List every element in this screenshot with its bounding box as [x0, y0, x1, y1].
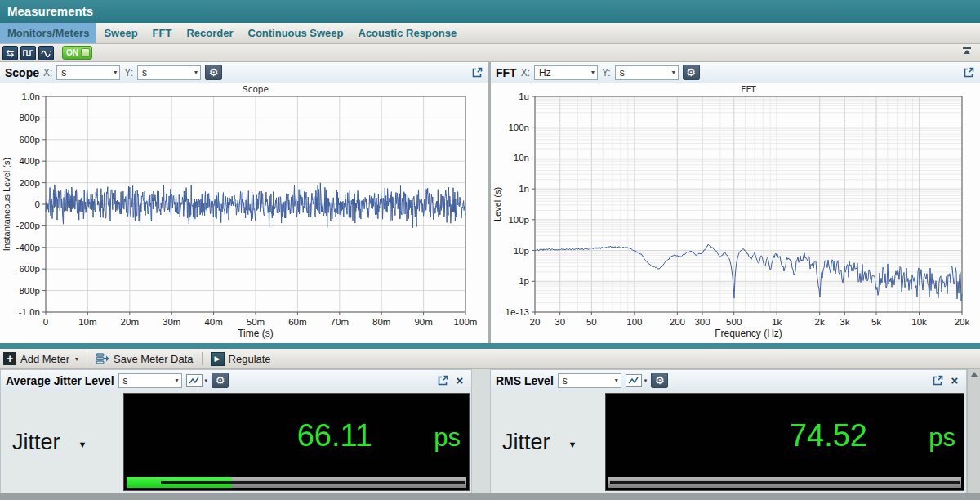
- rms-level-meter-header: RMS Level s ▾ ▾ ⚙ ×: [491, 370, 966, 391]
- svg-text:-1.0n: -1.0n: [19, 307, 40, 317]
- generator-icon[interactable]: [38, 46, 54, 60]
- meter-value: 74.52: [790, 418, 867, 453]
- tab-continuous-sweep[interactable]: Continuous Sweep: [241, 23, 351, 43]
- tab-recorder[interactable]: Recorder: [179, 23, 240, 43]
- svg-text:20: 20: [530, 317, 541, 327]
- svg-text:400p: 400p: [19, 156, 40, 166]
- svg-text:10k: 10k: [911, 317, 927, 327]
- meter-view-chart-icon[interactable]: [626, 374, 642, 387]
- scope-popout-icon[interactable]: [470, 66, 483, 79]
- scroll-up-icon[interactable]: [971, 372, 978, 377]
- svg-text:1p: 1p: [519, 276, 529, 286]
- meter-display: 66.11 ps: [123, 393, 470, 491]
- svg-text:-400p: -400p: [16, 243, 40, 252]
- svg-text:-800p: -800p: [16, 286, 40, 296]
- apx-measurements-window: Measurements Monitors/Meters Sweep FFT R…: [0, 0, 980, 500]
- meter-channel-selector[interactable]: Jitter ▼: [2, 393, 123, 491]
- meter-unit-select[interactable]: s ▾: [118, 373, 182, 388]
- close-icon[interactable]: ×: [948, 374, 961, 387]
- chevron-down-icon: ▾: [194, 69, 198, 76]
- svg-text:100m: 100m: [454, 317, 478, 327]
- meter-bar-line: [610, 481, 960, 484]
- fft-popout-icon[interactable]: [962, 66, 975, 79]
- average-jitter-meter-header: Average Jitter Level s ▾ ▾ ⚙ ×: [1, 370, 471, 391]
- svg-text:1e-13: 1e-13: [506, 307, 529, 317]
- window-bottom-edge: [0, 493, 980, 500]
- toolbar-separator: [202, 352, 203, 365]
- chevron-down-icon[interactable]: ▾: [205, 377, 208, 384]
- svg-text:Instantaneous Level (s): Instantaneous Level (s): [2, 158, 11, 251]
- tab-acoustic-response[interactable]: Acoustic Response: [351, 23, 465, 43]
- svg-text:1.0n: 1.0n: [22, 92, 40, 101]
- fft-y-unit-select[interactable]: s ▾: [615, 65, 679, 80]
- meter-settings-gear-icon[interactable]: ⚙: [212, 373, 229, 388]
- meter-toolbar: + Add Meter ▾ Save Meter Data ▶ Regulate: [0, 349, 980, 369]
- tab-monitors-meters[interactable]: Monitors/Meters: [0, 23, 96, 43]
- svg-text:50m: 50m: [247, 317, 265, 327]
- svg-text:300: 300: [694, 317, 710, 327]
- meter-popout-icon[interactable]: [931, 374, 944, 387]
- svg-text:10n: 10n: [514, 153, 529, 163]
- meter-popout-icon[interactable]: [436, 374, 449, 387]
- monitor-toolbar: ⇆ ON: [0, 44, 980, 62]
- scope-x-unit-select[interactable]: s ▾: [56, 65, 120, 80]
- save-meter-data-button[interactable]: Save Meter Data: [96, 352, 194, 365]
- scope-y-label: Y:: [124, 67, 133, 78]
- meter-channel-selector[interactable]: Jitter ▼: [492, 393, 605, 491]
- on-toggle-knob: [81, 48, 90, 57]
- rms-level-meter-panel: RMS Level s ▾ ▾ ⚙ × Jitter ▼: [490, 369, 967, 493]
- svg-text:30m: 30m: [163, 317, 180, 327]
- meter-unit-select[interactable]: s ▾: [558, 373, 621, 388]
- svg-text:10m: 10m: [78, 317, 96, 327]
- meter-view-chart-icon[interactable]: [186, 374, 203, 387]
- svg-text:1k: 1k: [772, 317, 782, 327]
- fft-chart: 2030501002003005001k2k3k5k10k20k1u100n10…: [491, 83, 980, 343]
- close-icon[interactable]: ×: [453, 374, 466, 387]
- svg-text:30: 30: [555, 317, 565, 327]
- svg-text:500: 500: [726, 317, 742, 327]
- tab-sweep[interactable]: Sweep: [96, 23, 145, 43]
- fft-settings-gear-icon[interactable]: ⚙: [683, 65, 700, 80]
- add-meter-button[interactable]: + Add Meter ▾: [3, 352, 78, 365]
- chevron-down-icon: ▾: [591, 69, 595, 76]
- meter-title: Average Jitter Level: [6, 374, 114, 387]
- svg-text:100n: 100n: [508, 123, 529, 132]
- fft-panel-header: FFT X: Hz ▾ Y: s ▾ ⚙: [491, 62, 980, 83]
- on-toggle-label: ON: [66, 48, 78, 57]
- fft-panel-title: FFT: [496, 66, 517, 79]
- scope-panel-header: Scope X: s ▾ Y: s ▾ ⚙: [0, 62, 488, 83]
- chevron-down-icon: ▼: [568, 435, 577, 449]
- svg-text:100p: 100p: [508, 215, 529, 225]
- svg-text:200: 200: [670, 317, 685, 327]
- svg-text:-600p: -600p: [16, 264, 40, 274]
- svg-text:100: 100: [626, 317, 642, 327]
- scope-settings-gear-icon[interactable]: ⚙: [205, 65, 222, 80]
- meter-unit: ps: [372, 423, 461, 453]
- average-jitter-meter-panel: Average Jitter Level s ▾ ▾ ⚙ × Jitter: [0, 369, 472, 493]
- section-divider: [0, 343, 980, 349]
- chevron-down-icon[interactable]: ▾: [644, 377, 648, 384]
- svg-text:90m: 90m: [414, 317, 432, 327]
- svg-text:-200p: -200p: [16, 221, 40, 230]
- tab-fft[interactable]: FFT: [145, 23, 180, 43]
- collapse-panel-icon[interactable]: [961, 47, 973, 58]
- scope-y-unit-select[interactable]: s ▾: [137, 65, 201, 80]
- svg-text:5k: 5k: [871, 317, 881, 327]
- meter-unit: ps: [867, 423, 956, 453]
- svg-text:60m: 60m: [288, 317, 306, 327]
- svg-text:0: 0: [35, 199, 40, 209]
- meter-body: Jitter ▼ 74.52 ps: [491, 391, 966, 493]
- square-wave-icon[interactable]: [20, 46, 36, 60]
- chevron-down-icon: ▾: [672, 69, 675, 76]
- generator-on-toggle[interactable]: ON: [62, 46, 92, 60]
- fft-x-unit-select[interactable]: Hz ▾: [534, 65, 598, 80]
- io-swap-icon[interactable]: ⇆: [2, 46, 18, 60]
- meter-scrollbar[interactable]: [967, 369, 980, 493]
- meter-body: Jitter ▼ 66.11 ps: [1, 391, 471, 493]
- regulate-button[interactable]: ▶ Regulate: [211, 352, 271, 366]
- svg-text:0: 0: [43, 317, 48, 327]
- svg-text:10p: 10p: [514, 246, 529, 256]
- toolbar-separator: [87, 352, 87, 365]
- meter-settings-gear-icon[interactable]: ⚙: [651, 373, 668, 388]
- svg-text:FFT: FFT: [741, 84, 756, 94]
